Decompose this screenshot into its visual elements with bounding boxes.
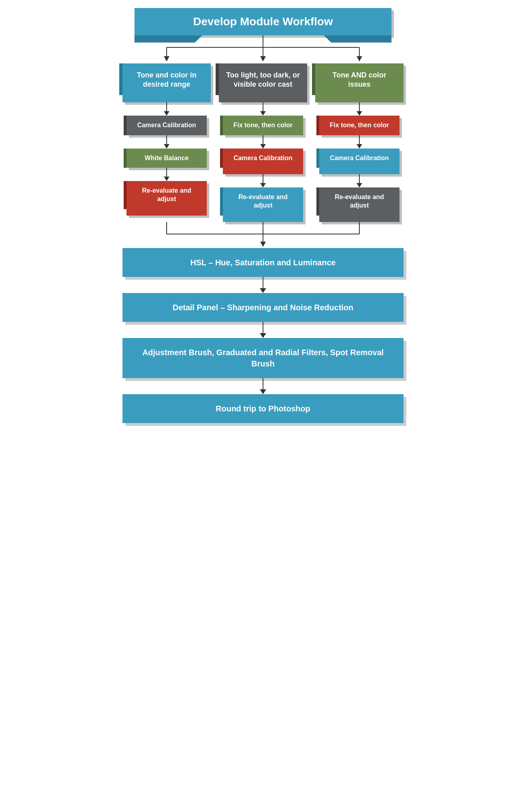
col-right-condition-wrap: Tone AND color issues (315, 63, 404, 102)
adjustment-box: Adjustment Brush, Graduated and Radial F… (122, 338, 404, 378)
bottom-notch (353, 216, 366, 222)
arrow-1 (260, 102, 266, 116)
bottom-notch (256, 95, 270, 102)
col-middle-step2-wrap: Camera Calibration (223, 149, 303, 175)
bottom-notch (257, 168, 269, 174)
hsl-wrap: HSL – Hue, Saturation and Luminance (122, 248, 404, 277)
fold (316, 187, 319, 216)
join-connector-svg (122, 222, 404, 248)
adjustment-wrap: Adjustment Brush, Graduated and Radial F… (122, 338, 404, 378)
arrow-3 (260, 174, 266, 187)
fold (220, 149, 223, 168)
col-left-step1-wrap: Camera Calibration (126, 116, 207, 135)
arrow-head (260, 389, 266, 394)
col-middle-step3-wrap: Re-evaluate and adjust (223, 187, 303, 222)
fold (220, 116, 223, 135)
col-left-condition: Tone and color in desired range (122, 63, 211, 102)
col-right-step1: Fix tone, then color (319, 116, 400, 135)
roundtrip-box: Round trip to Photoshop (122, 394, 404, 423)
col-middle-step2: Camera Calibration (223, 149, 303, 175)
section-arrow-1 (260, 277, 266, 293)
detail-wrap: Detail Panel – Sharpening and Noise Redu… (122, 293, 404, 322)
col-middle-condition-wrap: Too light, too dark, or visible color ca… (219, 63, 307, 102)
fold (216, 63, 219, 95)
fold (312, 63, 315, 95)
three-columns: Tone and color in desired range Camera C… (122, 63, 404, 222)
join-connector (122, 222, 404, 248)
col-right: Tone AND color issues Fix tone, then col… (315, 63, 404, 222)
arrow-3 (357, 174, 362, 187)
arrow-head (260, 288, 266, 293)
section-arrow-2 (260, 322, 266, 338)
col-right-step2: Camera Calibration (319, 149, 400, 175)
fold (124, 181, 126, 209)
arrow-1 (357, 102, 362, 116)
bottom-notch (257, 216, 269, 222)
svg-marker-7 (357, 56, 362, 61)
fold (316, 149, 319, 168)
roundtrip-wrap: Round trip to Photoshop (122, 394, 404, 423)
bottom-notch (160, 209, 173, 216)
hsl-box: HSL – Hue, Saturation and Luminance (122, 248, 404, 277)
col-left-step3-wrap: Re-evaluate and adjust (126, 181, 207, 216)
col-left-step3: Re-evaluate and adjust (126, 181, 207, 216)
branch-connector-svg (122, 35, 404, 63)
col-right-step3: Re-evaluate and adjust (319, 187, 400, 222)
arrow-2 (164, 135, 169, 149)
col-middle-step1: Fix tone, then color (223, 116, 303, 135)
col-left: Tone and color in desired range Camera C… (122, 63, 211, 216)
col-right-step3-wrap: Re-evaluate and adjust (319, 187, 400, 222)
svg-marker-13 (260, 242, 266, 247)
col-left-condition-wrap: Tone and color in desired range (122, 63, 211, 102)
svg-marker-3 (164, 56, 169, 61)
col-right-step2-wrap: Camera Calibration (319, 149, 400, 175)
svg-marker-5 (260, 56, 266, 61)
arrow-1 (164, 102, 169, 116)
bottom-notch (352, 95, 367, 102)
section-arrow-3 (260, 378, 266, 394)
bottom-notch (353, 168, 366, 174)
col-right-condition: Tone AND color issues (315, 63, 404, 102)
fold (220, 187, 223, 216)
fold-left (119, 63, 122, 95)
arrow-head (260, 333, 266, 338)
col-middle-step3: Re-evaluate and adjust (223, 187, 303, 222)
col-left-step2-wrap: White Balance (126, 149, 207, 168)
page: Develop Module Workflow (82, 8, 444, 804)
fold (124, 149, 126, 168)
arrow-3 (164, 168, 169, 181)
col-left-step2: White Balance (126, 149, 207, 168)
branch-connector (122, 35, 404, 63)
col-middle-condition: Too light, too dark, or visible color ca… (219, 63, 307, 102)
fold (316, 116, 319, 135)
arrow-2 (260, 135, 266, 149)
bottom-notch (159, 95, 174, 102)
title-text: Develop Module Workflow (135, 8, 391, 35)
title-box: Develop Module Workflow (135, 8, 391, 35)
arrow-2 (357, 135, 362, 149)
detail-box: Detail Panel – Sharpening and Noise Redu… (122, 293, 404, 322)
col-right-step1-wrap: Fix tone, then color (319, 116, 400, 135)
col-left-step1: Camera Calibration (126, 116, 207, 135)
col-middle-step1-wrap: Fix tone, then color (223, 116, 303, 135)
fold (124, 116, 126, 135)
col-middle: Too light, too dark, or visible color ca… (219, 63, 307, 222)
